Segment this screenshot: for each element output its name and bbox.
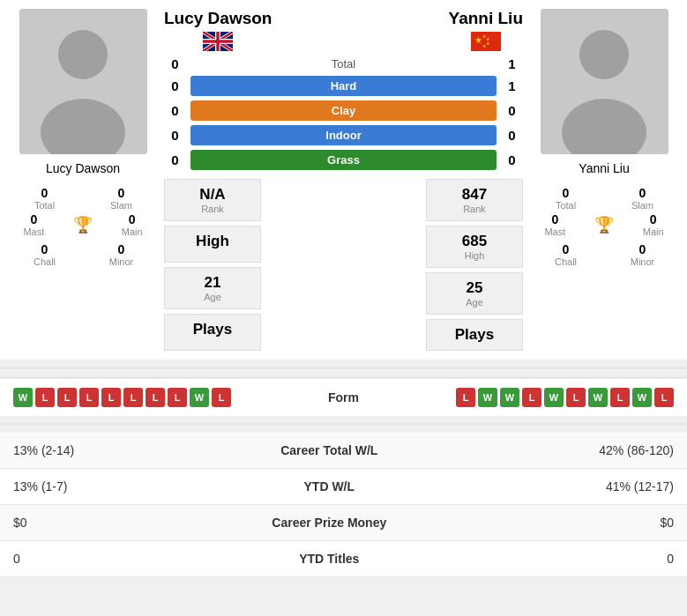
- left-chall-lbl: Chall: [34, 256, 56, 267]
- form-badge-l: L: [212, 388, 231, 407]
- left-player: Lucy Dawson 0 Total 0 Slam 0 Mast 🏆: [9, 9, 157, 351]
- right-total-val: 0: [563, 186, 570, 200]
- right-slam-val: 0: [639, 186, 646, 200]
- left-flag-icon: [203, 32, 233, 51]
- right-high-value: 685: [462, 233, 487, 250]
- form-badge-l: L: [57, 388, 77, 407]
- clay-score-left: 0: [164, 103, 186, 118]
- form-badge-l: L: [522, 388, 541, 407]
- right-info-boxes: 847 Rank 685 High 25 Age Plays: [426, 179, 523, 351]
- career-prize-row: $0 Career Prize Money $0: [0, 505, 687, 541]
- form-badge-l: L: [146, 388, 165, 407]
- clay-score-right: 0: [501, 103, 523, 118]
- right-chall-stat: 0 Chall: [530, 242, 601, 267]
- right-rank-box: 847 Rank: [426, 179, 523, 221]
- right-total-stat: 0 Total: [530, 186, 601, 211]
- total-score-left: 0: [164, 56, 186, 71]
- left-rank-value: N/A: [199, 186, 225, 204]
- right-slam-lbl: Slam: [631, 200, 653, 211]
- info-boxes-section: N/A Rank High 21 Age Plays: [164, 179, 523, 351]
- right-plays-box: Plays: [426, 319, 523, 351]
- form-badge-w: W: [478, 388, 497, 407]
- svg-point-1: [58, 30, 108, 79]
- left-minor-lbl: Minor: [109, 256, 134, 267]
- left-plays-value: Plays: [193, 321, 232, 338]
- hard-score-left: 0: [164, 78, 186, 93]
- left-avatar: [19, 9, 147, 154]
- right-flag-icon: ★ ★ ★ ★ ★: [471, 32, 501, 51]
- right-plays-value: Plays: [455, 326, 494, 344]
- left-total-stat: 0 Total: [9, 186, 80, 211]
- clay-row: 0 Clay 0: [164, 100, 523, 121]
- form-badge-w: W: [632, 388, 652, 407]
- left-total-val: 0: [41, 186, 49, 200]
- left-total-lbl: Total: [34, 200, 55, 211]
- grass-score-left: 0: [164, 152, 186, 167]
- left-slam-lbl: Slam: [110, 200, 132, 211]
- right-player-stats: 0 Total 0 Slam: [530, 186, 678, 211]
- center-stats: Lucy Dawson Yanni Liu ★: [164, 9, 523, 351]
- right-form-badges: LWWLWLWLWL: [456, 388, 674, 407]
- hard-score-right: 1: [501, 78, 523, 93]
- right-age-box: 25 Age: [426, 272, 523, 315]
- left-high-box: High: [164, 226, 261, 263]
- left-player-name: Lucy Dawson: [46, 161, 120, 175]
- cs-header: Lucy Dawson Yanni Liu ★: [164, 9, 523, 51]
- separator-2: [0, 423, 687, 426]
- stats-table: 13% (2-14) Career Total W/L 42% (86-120)…: [0, 433, 687, 577]
- grass-row: 0 Grass 0: [164, 150, 523, 170]
- total-row: 0 Total 1: [164, 56, 523, 71]
- right-main-stat: 0 Main: [643, 212, 664, 237]
- left-chall-val: 0: [41, 242, 49, 256]
- right-chall-lbl: Chall: [555, 256, 577, 267]
- grass-badge: Grass: [190, 150, 497, 170]
- left-main-stat: 0 Main: [122, 212, 143, 237]
- left-trophy-icon: 🏆: [73, 215, 93, 234]
- ytd-titles-right: 0: [476, 541, 687, 577]
- left-bottom-stats: 0 Chall 0 Minor: [9, 242, 157, 267]
- right-name-header: Yanni Liu: [449, 9, 523, 28]
- left-age-label: Age: [204, 292, 221, 302]
- career-prize-label: Career Prize Money: [183, 505, 476, 541]
- ytd-wl-label: YTD W/L: [183, 469, 476, 505]
- left-chall-stat: 0 Chall: [9, 242, 80, 267]
- form-badge-w: W: [588, 388, 608, 407]
- form-badge-l: L: [566, 388, 586, 407]
- left-rank-box: N/A Rank: [164, 179, 261, 221]
- form-section: WLLLLLLLWL Form LWWLWLWLWL: [0, 376, 687, 416]
- total-label: Total: [186, 57, 501, 71]
- compare-section: Lucy Dawson 0 Total 0 Slam 0 Mast 🏆: [0, 0, 687, 360]
- form-badge-l: L: [610, 388, 630, 407]
- form-label: Form: [328, 390, 359, 404]
- career-wl-label: Career Total W/L: [183, 433, 476, 469]
- left-plays-box: Plays: [164, 314, 261, 351]
- left-minor-val: 0: [118, 242, 125, 256]
- left-name-header: Lucy Dawson: [164, 9, 272, 28]
- form-badge-l: L: [456, 388, 475, 407]
- right-minor-lbl: Minor: [631, 256, 655, 267]
- ytd-titles-row: 0 YTD Titles 0: [0, 541, 687, 577]
- right-avatar: [541, 9, 668, 154]
- ytd-titles-left: 0: [0, 541, 183, 577]
- indoor-score-left: 0: [164, 128, 186, 143]
- right-trophy-icon: 🏆: [594, 215, 614, 234]
- form-badge-w: W: [190, 388, 209, 407]
- right-mast-val: 0: [551, 212, 558, 226]
- form-badge-l: L: [168, 388, 187, 407]
- left-slam-val: 0: [118, 186, 125, 200]
- spacer: [265, 179, 422, 351]
- left-high-value: High: [196, 233, 229, 250]
- right-rank-label: Rank: [463, 204, 486, 214]
- ytd-titles-label: YTD Titles: [183, 541, 476, 577]
- career-wl-left: 13% (2-14): [0, 433, 183, 469]
- right-total-lbl: Total: [556, 200, 576, 211]
- ytd-wl-right: 41% (12-17): [476, 469, 687, 505]
- indoor-score-right: 0: [501, 128, 523, 143]
- right-main-val: 0: [650, 212, 657, 226]
- right-age-label: Age: [466, 297, 483, 308]
- hard-badge: Hard: [190, 76, 497, 96]
- right-mast-lbl: Mast: [544, 226, 565, 237]
- form-badge-w: W: [544, 388, 564, 407]
- right-mast-stat: 0 Mast: [544, 212, 565, 237]
- svg-text:★: ★: [474, 35, 482, 45]
